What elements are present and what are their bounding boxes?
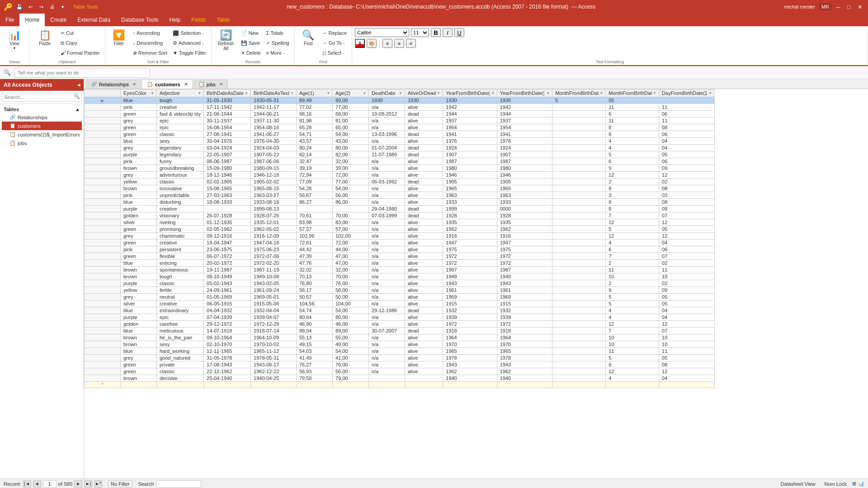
table-row[interactable]: browntough08-10-19491949-10-0870,1370,00… [85, 273, 715, 280]
nav-prev-btn[interactable]: ◄ [33, 480, 41, 488]
user-badge[interactable]: MR [819, 3, 832, 10]
table-row[interactable]: brownsexy02-10-19701970-10-0249,1549,00n… [85, 341, 715, 348]
col-header-deathdate[interactable]: DeathDate▾ [368, 89, 405, 97]
table-row[interactable]: greenpromising02-05-19621962-05-0257,575… [85, 226, 715, 233]
table-row[interactable]: pinkpersistent23-06-19751975-06-2344,424… [85, 246, 715, 253]
qat-print[interactable]: 🖨 [48, 3, 56, 11]
tab-customers[interactable]: 📋 customers ✕ [142, 80, 193, 89]
table-row[interactable]: greylegendary03-04-19241924-04-0380,2480… [85, 145, 715, 151]
table-row[interactable]: greyneutral01-05-19691969-05-0150,5750,0… [85, 294, 715, 300]
tab-home[interactable]: Home [19, 14, 45, 26]
table-row[interactable]: bluesexy30-04-19761976-04-3043,5743,00n/… [85, 138, 715, 145]
table-row[interactable]: purpleclassic05-02-19431943-02-0576,8076… [85, 280, 715, 287]
underline-button[interactable]: U [454, 28, 464, 37]
minimize-btn[interactable]: ─ [834, 2, 843, 11]
sidebar-item-customers-import[interactable]: 📋 customers(2)$_ImportErrors [2, 130, 82, 139]
sidebar-search-input[interactable] [2, 93, 82, 102]
spelling-button[interactable]: ✓ Spelling [264, 38, 292, 48]
col-header-birthdateastext[interactable]: BirthDateAsText▾ [251, 89, 297, 97]
view-button[interactable]: 📊 View ▾ [3, 28, 26, 52]
record-number-input[interactable] [43, 480, 57, 488]
font-select[interactable]: Calibri [355, 28, 409, 37]
tab-file[interactable]: File [0, 14, 19, 26]
sidebar-item-jobs[interactable]: 📋 jobs [2, 139, 82, 147]
table-row[interactable]: blueenticing20-02-19721972-02-2047,7647,… [85, 260, 715, 267]
col-header-yearfrombirth1[interactable]: YearFromBirthDate(▾ [443, 89, 497, 97]
table-row[interactable]: ▶bluetough31-05-19301930-05-3189,4989,00… [85, 97, 715, 104]
tab-fields[interactable]: Fields [186, 14, 211, 26]
format-painter-button[interactable]: 🖌 Format Painter [58, 48, 102, 58]
table-row[interactable]: browndecisive25-04-19401940-04-2579,5879… [85, 375, 715, 382]
tab-jobs[interactable]: 📋 jobs ✕ [193, 80, 228, 89]
paste-button[interactable]: 📋 Paste [32, 28, 57, 48]
table-row[interactable]: bluehard_working12-11-19651965-11-1254,0… [85, 348, 715, 355]
col-header-birthdateasdate[interactable]: BirthDateAsDate▾ [204, 89, 251, 97]
table-row[interactable]: goldencarefree29-12-19721972-12-2946,904… [85, 321, 715, 328]
col-header-eyescolor[interactable]: EyesColor▾ [121, 89, 157, 97]
cut-button[interactable]: ✂ Cut [58, 28, 102, 38]
col-header-monthfrombirth1[interactable]: MonthFromBirthDat▾ [552, 89, 606, 97]
align-left-button[interactable]: ≡ [382, 39, 392, 48]
new-record-row[interactable]: * [85, 382, 715, 388]
advanced-button[interactable]: ⚙ Advanced - [170, 38, 208, 48]
goto-button[interactable]: → Go To - [320, 38, 349, 48]
align-right-button[interactable]: ≡ [406, 39, 416, 48]
table-row[interactable]: greenclassic27-06-19411941-06-2754,7154,… [85, 131, 715, 138]
table-area[interactable]: EyesColor▾ Adjective▾ BirthDateAsDate▾ B… [84, 89, 868, 479]
close-btn[interactable]: ✕ [855, 2, 864, 11]
col-header-adjective[interactable]: Adjective▾ [157, 89, 204, 97]
tab-customers-close[interactable]: ✕ [184, 82, 188, 87]
table-row[interactable]: pinkfunny06-06-19871987-06-0632,4732,00n… [85, 158, 715, 165]
nav-next-btn[interactable]: ► [74, 480, 82, 488]
more-button[interactable]: ≡ More - [264, 48, 292, 58]
qat-save[interactable]: 💾 [15, 3, 24, 11]
table-row[interactable]: greycharismatic09-12-19161916-12-09102,9… [85, 233, 715, 239]
col-header-yearfrombirth2[interactable]: YearFromBirthDate(:▾ [497, 89, 552, 97]
table-row[interactable]: pinkcreative17-11-19421942-11-1777,0277,… [85, 104, 715, 111]
table-row[interactable]: browngroundbreaking15-09-19801980-09-153… [85, 165, 715, 172]
tab-external-data[interactable]: External Data [72, 14, 116, 26]
font-size-select[interactable]: 11 [411, 28, 429, 37]
search-input-statusbar[interactable] [156, 480, 201, 488]
qat-undo[interactable]: ↩ [26, 3, 34, 11]
ascending-button[interactable]: ↑ Ascending [131, 28, 170, 38]
tell-me-input[interactable] [14, 68, 150, 78]
select-button[interactable]: ◻ Select - [320, 48, 349, 58]
new-record-button[interactable]: 📄 New [239, 28, 263, 38]
table-row[interactable]: brownhe_is_the_pan09-10-19641964-10-0955… [85, 334, 715, 341]
table-row[interactable]: greenepic16-08-19541954-08-1665,2865,00n… [85, 124, 715, 131]
table-row[interactable]: goldenvisionary26-07-19281928-07-2670,61… [85, 212, 715, 219]
col-header-monthfrombirth2[interactable]: MonthFromBirthDat▾ [606, 89, 659, 97]
table-row[interactable]: greenflexible06-07-19721972-07-0647,3947… [85, 253, 715, 260]
table-row[interactable]: greyadventurous18-12-19461946-12-1872,94… [85, 172, 715, 178]
restore-btn[interactable]: □ [844, 2, 854, 11]
col-header-aliveordead[interactable]: AliveOrDead▾ [405, 89, 443, 97]
table-row[interactable]: yellowclassic02-02-19051905-02-0277,0977… [85, 178, 715, 185]
copy-button[interactable]: ⧉ Copy [58, 38, 102, 48]
descending-button[interactable]: ↓ Descending [131, 38, 170, 48]
qat-dropdown[interactable]: ▾ [59, 3, 67, 11]
datasheet-view-icon[interactable]: ⊞ [852, 481, 856, 487]
sidebar-item-relationships[interactable]: 🔗 Relationships [2, 113, 82, 122]
table-row[interactable]: blueextraordinary04-04-19321932-04-0454,… [85, 307, 715, 314]
table-row[interactable]: greenclassic22-12-19621962-12-2256,9356,… [85, 368, 715, 375]
align-center-button[interactable]: ≡ [394, 39, 404, 48]
refresh-all-button[interactable]: 🔄 RefreshAll [214, 28, 238, 53]
totals-button[interactable]: Σ Totals [264, 28, 292, 38]
remove-sort-button[interactable]: ⊗ Remove Sort [131, 48, 170, 58]
table-row[interactable]: greygood_natured31-05-19781978-05-3141,4… [85, 355, 715, 361]
tab-relationships[interactable]: 🔗 Relationships ✕ [86, 80, 141, 89]
selection-button[interactable]: ⬛ Selection - [170, 28, 208, 38]
tab-database-tools[interactable]: Database Tools [116, 14, 164, 26]
table-row[interactable]: greenprivate17-08-19431943-08-1776,2776,… [85, 361, 715, 368]
tab-help[interactable]: Help [164, 14, 186, 26]
font-color-button[interactable]: A [355, 39, 365, 48]
table-row[interactable]: bluedisturbing18-08-19331933-08-1886,278… [85, 199, 715, 206]
replace-button[interactable]: ↔ Replace [320, 28, 349, 38]
table-row[interactable]: silvercreative06-05-19151915-05-06104,56… [85, 300, 715, 307]
filter-button[interactable]: 🔽 Filter [108, 28, 130, 48]
delete-record-button[interactable]: ✕ Delete [239, 48, 263, 58]
table-row[interactable]: silverriveting01-12-19351935-12-0183,988… [85, 219, 715, 226]
table-row[interactable]: greyepic30-11-19371937-11-3081,9881,00n/… [85, 117, 715, 124]
sidebar-item-customers[interactable]: 📋 customers [2, 122, 82, 130]
